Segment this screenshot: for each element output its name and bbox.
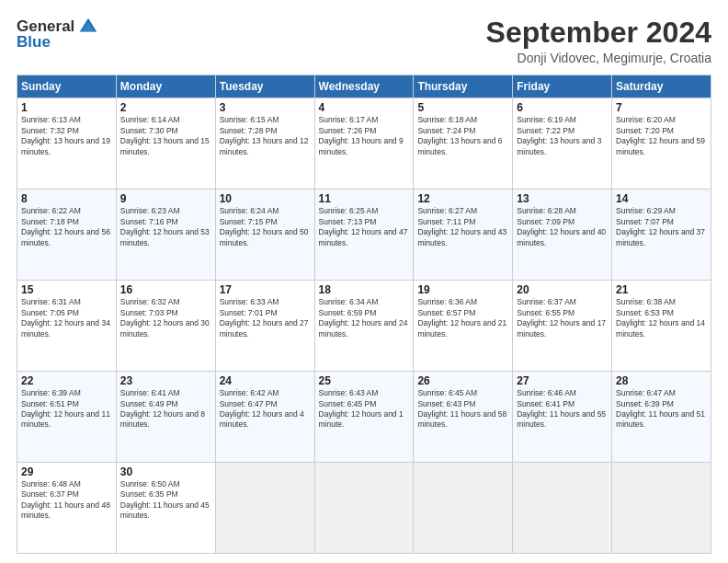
day-info: Sunrise: 6:29 AM Sunset: 7:07 PM Dayligh… xyxy=(616,206,707,248)
weekday-header-monday: Monday xyxy=(116,75,215,98)
day-info: Sunrise: 6:13 AM Sunset: 7:32 PM Dayligh… xyxy=(21,115,112,157)
day-info: Sunrise: 6:33 AM Sunset: 7:01 PM Dayligh… xyxy=(220,297,311,339)
day-info: Sunrise: 6:23 AM Sunset: 7:16 PM Dayligh… xyxy=(120,206,211,248)
day-info: Sunrise: 6:17 AM Sunset: 7:26 PM Dayligh… xyxy=(319,115,410,157)
day-number: 26 xyxy=(417,374,508,387)
logo-icon xyxy=(78,17,98,37)
logo-blue-text: Blue xyxy=(17,33,51,52)
day-number: 28 xyxy=(616,374,707,387)
calendar-cell: 6Sunrise: 6:19 AM Sunset: 7:22 PM Daylig… xyxy=(513,98,612,190)
calendar-cell: 26Sunrise: 6:45 AM Sunset: 6:43 PM Dayli… xyxy=(414,372,513,463)
weekday-header-tuesday: Tuesday xyxy=(215,75,314,98)
month-title: September 2024 xyxy=(486,17,711,49)
weekday-header-wednesday: Wednesday xyxy=(314,75,414,98)
calendar-cell: 13Sunrise: 6:28 AM Sunset: 7:09 PM Dayli… xyxy=(513,190,612,281)
calendar-cell: 29Sunrise: 6:48 AM Sunset: 6:37 PM Dayli… xyxy=(17,463,117,554)
day-info: Sunrise: 6:20 AM Sunset: 7:20 PM Dayligh… xyxy=(616,115,707,157)
weekday-header-row: SundayMondayTuesdayWednesdayThursdayFrid… xyxy=(17,75,711,98)
calendar-cell: 3Sunrise: 6:15 AM Sunset: 7:28 PM Daylig… xyxy=(215,98,314,190)
day-number: 14 xyxy=(616,192,707,205)
day-number: 18 xyxy=(319,283,410,296)
day-info: Sunrise: 6:25 AM Sunset: 7:13 PM Dayligh… xyxy=(319,206,410,248)
calendar-cell: 4Sunrise: 6:17 AM Sunset: 7:26 PM Daylig… xyxy=(314,98,414,190)
day-info: Sunrise: 6:50 AM Sunset: 6:35 PM Dayligh… xyxy=(120,479,211,522)
day-info: Sunrise: 6:28 AM Sunset: 7:09 PM Dayligh… xyxy=(517,206,608,248)
day-number: 11 xyxy=(319,192,410,205)
day-info: Sunrise: 6:27 AM Sunset: 7:11 PM Dayligh… xyxy=(417,206,508,248)
day-number: 24 xyxy=(220,374,311,387)
calendar-cell: 24Sunrise: 6:42 AM Sunset: 6:47 PM Dayli… xyxy=(215,372,314,463)
day-info: Sunrise: 6:47 AM Sunset: 6:39 PM Dayligh… xyxy=(616,388,707,431)
day-number: 8 xyxy=(21,192,112,205)
day-number: 12 xyxy=(417,192,508,205)
weekday-header-saturday: Saturday xyxy=(612,75,711,98)
calendar-week-4: 22Sunrise: 6:39 AM Sunset: 6:51 PM Dayli… xyxy=(17,372,711,463)
calendar-table: SundayMondayTuesdayWednesdayThursdayFrid… xyxy=(17,75,711,554)
calendar-week-5: 29Sunrise: 6:48 AM Sunset: 6:37 PM Dayli… xyxy=(17,463,711,554)
day-number: 3 xyxy=(220,101,311,114)
day-number: 22 xyxy=(21,374,112,387)
day-number: 20 xyxy=(517,283,608,296)
day-number: 17 xyxy=(220,283,311,296)
calendar-cell xyxy=(314,463,414,554)
calendar-cell: 1Sunrise: 6:13 AM Sunset: 7:32 PM Daylig… xyxy=(17,98,117,190)
page: General Blue September 2024 Donji Vidove… xyxy=(0,0,728,563)
day-number: 4 xyxy=(319,101,410,114)
calendar-cell: 9Sunrise: 6:23 AM Sunset: 7:16 PM Daylig… xyxy=(116,190,215,281)
day-info: Sunrise: 6:39 AM Sunset: 6:51 PM Dayligh… xyxy=(21,388,112,431)
day-info: Sunrise: 6:31 AM Sunset: 7:05 PM Dayligh… xyxy=(21,297,112,339)
header: General Blue September 2024 Donji Vidove… xyxy=(17,17,711,65)
calendar-cell: 12Sunrise: 6:27 AM Sunset: 7:11 PM Dayli… xyxy=(414,190,513,281)
title-block: September 2024 Donji Vidovec, Megimurje,… xyxy=(486,17,711,65)
day-number: 5 xyxy=(417,101,508,114)
day-number: 21 xyxy=(616,283,707,296)
day-info: Sunrise: 6:34 AM Sunset: 6:59 PM Dayligh… xyxy=(319,297,410,339)
calendar-cell: 27Sunrise: 6:46 AM Sunset: 6:41 PM Dayli… xyxy=(513,372,612,463)
day-number: 27 xyxy=(517,374,608,387)
calendar-cell: 16Sunrise: 6:32 AM Sunset: 7:03 PM Dayli… xyxy=(116,281,215,372)
day-info: Sunrise: 6:14 AM Sunset: 7:30 PM Dayligh… xyxy=(120,115,211,157)
day-number: 23 xyxy=(120,374,211,387)
location: Donji Vidovec, Megimurje, Croatia xyxy=(486,51,711,65)
calendar-cell: 14Sunrise: 6:29 AM Sunset: 7:07 PM Dayli… xyxy=(612,190,711,281)
calendar-cell xyxy=(215,463,314,554)
day-number: 15 xyxy=(21,283,112,296)
calendar-cell: 18Sunrise: 6:34 AM Sunset: 6:59 PM Dayli… xyxy=(314,281,414,372)
day-info: Sunrise: 6:36 AM Sunset: 6:57 PM Dayligh… xyxy=(417,297,508,339)
calendar-cell xyxy=(612,463,711,554)
day-number: 25 xyxy=(319,374,410,387)
calendar-cell: 30Sunrise: 6:50 AM Sunset: 6:35 PM Dayli… xyxy=(116,463,215,554)
day-number: 29 xyxy=(21,465,112,478)
day-number: 19 xyxy=(417,283,508,296)
calendar-week-1: 1Sunrise: 6:13 AM Sunset: 7:32 PM Daylig… xyxy=(17,98,711,190)
day-info: Sunrise: 6:46 AM Sunset: 6:41 PM Dayligh… xyxy=(517,388,608,431)
calendar-cell: 7Sunrise: 6:20 AM Sunset: 7:20 PM Daylig… xyxy=(612,98,711,190)
logo: General Blue xyxy=(17,17,98,52)
day-info: Sunrise: 6:38 AM Sunset: 6:53 PM Dayligh… xyxy=(616,297,707,339)
day-info: Sunrise: 6:37 AM Sunset: 6:55 PM Dayligh… xyxy=(517,297,608,339)
calendar-cell: 11Sunrise: 6:25 AM Sunset: 7:13 PM Dayli… xyxy=(314,190,414,281)
day-info: Sunrise: 6:45 AM Sunset: 6:43 PM Dayligh… xyxy=(417,388,508,431)
day-number: 16 xyxy=(120,283,211,296)
day-info: Sunrise: 6:15 AM Sunset: 7:28 PM Dayligh… xyxy=(220,115,311,157)
calendar-cell: 15Sunrise: 6:31 AM Sunset: 7:05 PM Dayli… xyxy=(17,281,117,372)
day-number: 1 xyxy=(21,101,112,114)
calendar-cell: 19Sunrise: 6:36 AM Sunset: 6:57 PM Dayli… xyxy=(414,281,513,372)
day-number: 6 xyxy=(517,101,608,114)
calendar-cell: 22Sunrise: 6:39 AM Sunset: 6:51 PM Dayli… xyxy=(17,372,117,463)
day-number: 30 xyxy=(120,465,211,478)
day-number: 10 xyxy=(220,192,311,205)
day-info: Sunrise: 6:32 AM Sunset: 7:03 PM Dayligh… xyxy=(120,297,211,339)
day-info: Sunrise: 6:42 AM Sunset: 6:47 PM Dayligh… xyxy=(220,388,311,431)
calendar-cell xyxy=(414,463,513,554)
weekday-header-sunday: Sunday xyxy=(17,75,117,98)
calendar-cell: 10Sunrise: 6:24 AM Sunset: 7:15 PM Dayli… xyxy=(215,190,314,281)
calendar-cell: 20Sunrise: 6:37 AM Sunset: 6:55 PM Dayli… xyxy=(513,281,612,372)
day-number: 13 xyxy=(517,192,608,205)
calendar-cell: 21Sunrise: 6:38 AM Sunset: 6:53 PM Dayli… xyxy=(612,281,711,372)
calendar-cell xyxy=(513,463,612,554)
day-number: 9 xyxy=(120,192,211,205)
day-info: Sunrise: 6:43 AM Sunset: 6:45 PM Dayligh… xyxy=(319,388,410,431)
day-number: 2 xyxy=(120,101,211,114)
calendar-cell: 23Sunrise: 6:41 AM Sunset: 6:49 PM Dayli… xyxy=(116,372,215,463)
